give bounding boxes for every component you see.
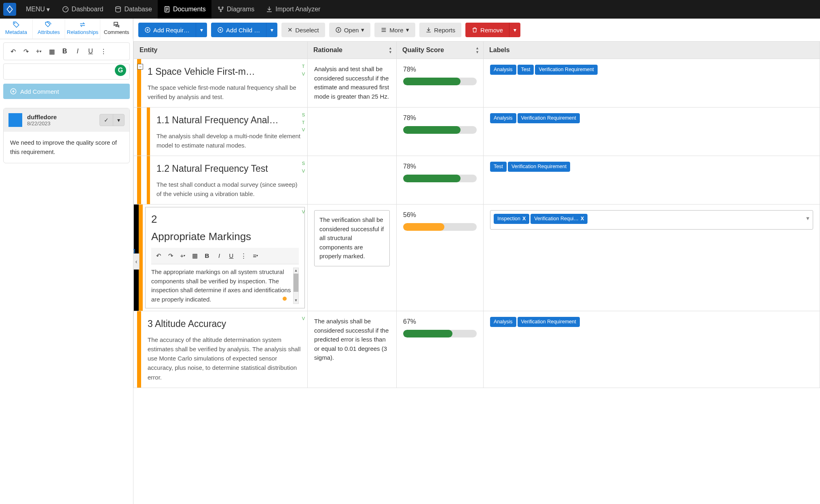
redo-button[interactable]: ↷ (165, 250, 176, 261)
plus-circle-icon (217, 27, 224, 33)
labels-editor[interactable]: InspectionXVerification Requi…X ▾ (490, 210, 813, 230)
scrollbar[interactable]: ▲ ▼ (293, 268, 299, 304)
entity-desc-editor[interactable]: The appropriate markings on all system s… (151, 268, 299, 304)
tab-attributes[interactable]: Attributes (33, 19, 66, 39)
label-pill[interactable]: Test (490, 162, 507, 172)
underline-button[interactable]: U (85, 45, 97, 57)
col-quality[interactable]: Quality Score ▲▼ (397, 42, 484, 59)
add-child-dropdown[interactable]: ▾ (266, 23, 277, 37)
rationale-editor[interactable]: The verification shall be considered suc… (314, 210, 390, 266)
rationale-text: The analysis shall be considered success… (314, 318, 389, 361)
panel-collapse-handle[interactable]: ‹ (133, 253, 139, 270)
svg-point-1 (116, 6, 120, 8)
add-child-button[interactable]: Add Child … (211, 23, 266, 37)
more-button[interactable]: More ▾ (374, 23, 415, 37)
comment-menu-button[interactable]: ▾ (113, 114, 124, 126)
undo-button[interactable]: ↶ (153, 250, 164, 261)
table-row[interactable]: 1.2 Natural Frequency Test The test shal… (134, 156, 820, 205)
table-row[interactable]: 1.1 Natural Frequency Anal… The analysis… (134, 108, 820, 156)
sort-icon[interactable]: ▲▼ (476, 46, 479, 54)
tab-label: Attributes (38, 29, 60, 35)
tree-collapse-toggle[interactable]: − (137, 64, 143, 70)
quality-progress (403, 175, 477, 182)
nav-documents[interactable]: Documents (158, 0, 211, 19)
nav-database[interactable]: Database (109, 0, 158, 19)
th-label: Labels (489, 46, 510, 53)
table-row[interactable]: 1 Space Vehicle First-m… The space vehic… (134, 59, 820, 108)
remove-button[interactable]: Remove (465, 23, 509, 37)
label-pill[interactable]: Verification Requirement (518, 317, 580, 327)
entity-desc: The accuracy of the altitude determinati… (148, 335, 301, 382)
label-pill[interactable]: InspectionX (494, 214, 529, 224)
labels-dropdown-icon[interactable]: ▾ (806, 214, 809, 223)
label-pill[interactable]: Analysis (490, 65, 516, 75)
comment-username: duffledore (27, 114, 95, 120)
label-pill[interactable]: Verification Requirement (518, 113, 580, 123)
quality-progress (403, 126, 477, 134)
add-dropdown[interactable]: +▾ (33, 45, 45, 57)
nav-diagrams[interactable]: Diagrams (211, 0, 260, 19)
add-requirement-dropdown[interactable]: ▾ (196, 23, 207, 37)
th-label: Rationale (313, 46, 342, 53)
sort-icon[interactable]: ▲▼ (389, 46, 392, 54)
remove-label-icon[interactable]: X (581, 216, 584, 221)
italic-button[interactable]: I (72, 45, 84, 57)
scroll-down-arrow-icon[interactable]: ▼ (294, 298, 298, 304)
media-button[interactable]: ▦ (189, 250, 201, 261)
bold-button[interactable]: B (59, 45, 71, 57)
add-comment-button[interactable]: Add Comment (3, 84, 130, 99)
tab-comments[interactable]: Comments (100, 19, 133, 39)
italic-button[interactable]: I (213, 250, 225, 261)
label-pill[interactable]: Analysis (490, 113, 516, 123)
nav-dashboard[interactable]: Dashboard (56, 0, 109, 19)
tab-label: Comments (104, 29, 129, 35)
underline-button[interactable]: U (226, 250, 237, 261)
action-bar: Add Requir… ▾ Add Child … ▾ ✕ Deselect O… (133, 19, 820, 41)
tab-metadata[interactable]: Metadata (0, 19, 33, 39)
label-pill[interactable]: Test (518, 65, 534, 75)
label-pill[interactable]: Analysis (490, 317, 516, 327)
scroll-thumb[interactable] (294, 274, 298, 292)
label-pill[interactable]: Verification Requirement (535, 65, 597, 75)
label-pill[interactable]: Verification Requi…X (530, 214, 588, 224)
verification-tags: V (302, 315, 305, 322)
remove-dropdown[interactable]: ▾ (509, 23, 520, 37)
th-label: Entity (139, 46, 157, 53)
tag-icon (12, 21, 20, 28)
nav-import-analyzer[interactable]: Import Analyzer (260, 0, 326, 19)
bold-button[interactable]: B (201, 250, 213, 261)
add-dropdown[interactable]: +▾ (177, 250, 188, 261)
col-entity[interactable]: Entity (134, 42, 308, 59)
caret-down-icon: ▾ (361, 26, 364, 34)
table-row[interactable]: 2 Appropriate Markings ↶ ↷ +▾ ▦ B I U ⋮ … (134, 205, 820, 311)
deselect-button[interactable]: ✕ Deselect (281, 23, 325, 37)
add-requirement-split: Add Requir… ▾ (138, 23, 207, 37)
menu-dropdown[interactable]: MENU ▾ (20, 0, 53, 19)
quality-percent: 56% (403, 210, 477, 220)
add-requirement-button[interactable]: Add Requir… (138, 23, 196, 37)
add-comment-label: Add Comment (20, 88, 59, 95)
x-icon: ✕ (287, 26, 293, 34)
more-button[interactable]: ⋮ (238, 250, 249, 261)
comment-editor[interactable]: G (3, 63, 130, 80)
verification-tags: STV (302, 112, 305, 133)
media-button[interactable]: ▦ (46, 45, 58, 57)
undo-button[interactable]: ↶ (7, 45, 19, 57)
align-button[interactable]: ≡▾ (250, 250, 261, 261)
more-toolbar-button[interactable]: ⋮ (97, 45, 110, 57)
remove-label-icon[interactable]: X (522, 216, 526, 221)
comment-resolve-button[interactable]: ✓ (100, 114, 113, 126)
scroll-up-arrow-icon[interactable]: ▲ (294, 268, 298, 274)
col-rationale[interactable]: Rationale ▲▼ (308, 42, 397, 59)
quality-progress (403, 223, 477, 231)
reports-button[interactable]: Reports (419, 23, 462, 37)
table-row[interactable]: 3 Altitude Accuracy The accuracy of the … (134, 311, 820, 388)
open-button[interactable]: Open ▾ (329, 23, 371, 37)
col-labels[interactable]: Labels (484, 42, 820, 59)
quality-percent: 78% (403, 113, 477, 123)
tab-relationships[interactable]: Relationships (65, 19, 100, 39)
main-panel: ‹ Add Requir… ▾ Add Child … ▾ ✕ Deselect (133, 19, 820, 504)
label-pill[interactable]: Verification Requirement (508, 162, 570, 172)
app-logo[interactable] (3, 3, 16, 16)
redo-button[interactable]: ↷ (20, 45, 32, 57)
